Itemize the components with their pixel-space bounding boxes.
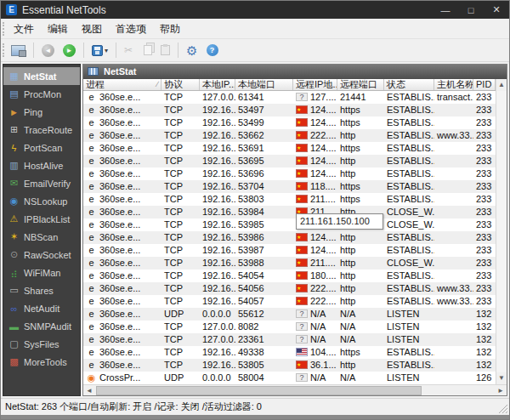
sidebar-item-traceroute[interactable]: ⊞TraceRoute bbox=[3, 121, 80, 139]
sidebar-item-nbscan[interactable]: ✶NBScan bbox=[3, 228, 80, 246]
360se-browser-icon: e bbox=[86, 244, 97, 257]
sidebar-item-shares[interactable]: ▭Shares bbox=[3, 281, 80, 299]
table-row[interactable]: e360se.e...TCP192.16...53704118....https… bbox=[83, 180, 496, 193]
local-ip-cell: 192.16... bbox=[200, 219, 235, 231]
local-port-cell: 53988 bbox=[235, 257, 293, 270]
process-cell: e360se.e... bbox=[83, 116, 162, 129]
sidebar-item-snmpaudit[interactable]: ▬SNMPAudit bbox=[3, 317, 80, 335]
table-row[interactable]: e360se.e...TCP192.16...54057222....httpE… bbox=[83, 295, 496, 308]
protocol-cell: TCP bbox=[162, 346, 200, 359]
sidebar-item-netaudit[interactable]: ∞NetAudit bbox=[3, 299, 80, 317]
horizontal-scrollbar[interactable]: ◄ ► bbox=[83, 384, 507, 395]
remote-port-cell: http bbox=[337, 167, 384, 180]
table-row[interactable]: e360se.e...TCP127.0.0.123361?N/AN/ALISTE… bbox=[83, 333, 496, 346]
table-row[interactable]: e360se.e...TCP192.16...53691124....https… bbox=[83, 142, 496, 155]
table-row[interactable]: e360se.e...TCP192.16...53803211....https… bbox=[83, 193, 496, 206]
table-row[interactable]: e360se.e...TCP192.16...53987124....httpE… bbox=[83, 244, 496, 257]
table-row[interactable]: e360se.e...TCP192.16...53695124....httpE… bbox=[83, 155, 496, 167]
china-flag-icon bbox=[296, 131, 308, 139]
remote-ip-cell: 124.... bbox=[293, 167, 337, 180]
sidebar-item-rawsocket[interactable]: ⊙RawSocket bbox=[3, 246, 80, 264]
vertical-scrollbar[interactable]: ▲ ▼ bbox=[496, 79, 507, 384]
remote-ip-cell: 222.... bbox=[293, 129, 337, 142]
360se-browser-icon: e bbox=[86, 116, 97, 129]
horizontal-scroll-thumb[interactable] bbox=[96, 386, 422, 395]
menu-item[interactable]: 编辑 bbox=[41, 20, 75, 38]
local-port-cell: 55612 bbox=[235, 308, 293, 321]
menu-item[interactable]: 帮助 bbox=[153, 20, 187, 38]
table-row[interactable]: e360se.e...TCP192.16...53662222....httpE… bbox=[83, 129, 496, 142]
column-header[interactable]: 进程∕ bbox=[83, 79, 162, 90]
scroll-down-icon[interactable]: ▼ bbox=[496, 372, 507, 384]
column-header[interactable]: 远程端口 bbox=[337, 79, 384, 90]
maximize-button[interactable]: □ bbox=[458, 1, 484, 19]
sidebar-item-label: ProcMon bbox=[24, 89, 61, 99]
column-header-label: 主机名称 bbox=[437, 79, 473, 90]
sidebar-item-hostalive[interactable]: ▥HostAlive bbox=[3, 156, 80, 174]
column-header[interactable]: 状态 bbox=[384, 79, 434, 90]
status-cell: ESTABLIS... bbox=[384, 231, 434, 244]
forward-button[interactable]: ► bbox=[60, 43, 79, 59]
network-sessions-button[interactable] bbox=[8, 43, 29, 58]
table-row[interactable]: e360se.e...TCP192.16...53988211....httpC… bbox=[83, 257, 496, 270]
table-row[interactable]: ◉CrossPr...UDP0.0.0.058004?N/AN/ALISTEN1… bbox=[83, 372, 496, 384]
column-header[interactable]: PID bbox=[473, 79, 496, 90]
save-button[interactable]: ▾ bbox=[88, 43, 111, 58]
table-row[interactable]: e360se.e...TCP192.16...53696124....httpE… bbox=[83, 167, 496, 180]
table-row[interactable]: e360se.e...TCP127.0.0.18082?N/AN/ALISTEN… bbox=[83, 321, 496, 333]
scroll-left-icon[interactable]: ◄ bbox=[83, 385, 95, 396]
sidebar-item-wifiman[interactable]: ⣴WiFiMan bbox=[3, 264, 80, 281]
menu-item[interactable]: 文件 bbox=[7, 20, 41, 38]
sidebar-item-moretools[interactable]: ▩MoreTools bbox=[3, 353, 80, 371]
table-row[interactable]: e360se.e...TCP192.16...53499124....https… bbox=[83, 116, 496, 129]
panel-header: NetStat bbox=[83, 65, 507, 79]
table-row[interactable]: e360se.e...TCP192.16...53986124....httpE… bbox=[83, 231, 496, 244]
status-cell: ESTABLIS... bbox=[384, 244, 434, 257]
column-header[interactable]: 本地IP... bbox=[200, 79, 235, 90]
column-header[interactable]: 远程IP地... bbox=[293, 79, 337, 90]
table-row[interactable]: e360se.e...TCP192.16...49338104....https… bbox=[83, 346, 496, 359]
close-button[interactable]: ✕ bbox=[484, 1, 509, 19]
scroll-right-icon[interactable]: ► bbox=[495, 385, 507, 396]
resize-grip[interactable] bbox=[499, 405, 507, 413]
table-row[interactable]: e360se.e...UDP0.0.0.055612?N/AN/ALISTEN1… bbox=[83, 308, 496, 321]
local-ip-cell: 192.16... bbox=[200, 116, 235, 129]
minimize-button[interactable]: — bbox=[433, 1, 458, 19]
column-header[interactable]: 主机名称 bbox=[434, 79, 473, 90]
process-cell: ◉CrossPr... bbox=[83, 372, 162, 384]
remote-ip: 124.... bbox=[310, 167, 337, 180]
table-row[interactable]: e360se.e...TCP192.16...53985123....httpC… bbox=[83, 219, 496, 231]
column-header[interactable]: 本地端口 bbox=[235, 79, 293, 90]
remote-ip: 127.... bbox=[310, 91, 337, 104]
table-row[interactable]: e360se.e...TCP127.0.0.161341?127....2144… bbox=[83, 91, 496, 104]
local-ip-cell: 192.16... bbox=[200, 167, 235, 180]
table-row[interactable]: e360se.e...TCP192.16...53497124....https… bbox=[83, 104, 496, 116]
sidebar-item-netstat[interactable]: ▦NetStat bbox=[3, 67, 80, 85]
protocol-cell: TCP bbox=[162, 193, 200, 206]
sidebar-item-nslookup[interactable]: ◉NSLookup bbox=[3, 192, 80, 210]
sidebar-item-emailverify[interactable]: ✉EmailVerify bbox=[3, 174, 80, 192]
help-button[interactable]: ? bbox=[203, 43, 222, 58]
status-cell: ESTABLIS... bbox=[384, 359, 434, 372]
column-header[interactable]: 协议 bbox=[162, 79, 200, 90]
back-button[interactable]: ◄ bbox=[38, 43, 58, 59]
table-row[interactable]: e360se.e...TCP192.16...53984211....httpC… bbox=[83, 206, 496, 219]
menu-item[interactable]: 首选项 bbox=[109, 20, 153, 38]
sidebar-item-sysfiles[interactable]: ▢SysFiles bbox=[3, 335, 80, 353]
remote-port-cell: https bbox=[337, 180, 384, 193]
settings-button[interactable]: ⚙ bbox=[183, 43, 201, 59]
local-port-cell: 61341 bbox=[235, 91, 293, 104]
sidebar-item-ipblacklist[interactable]: ⚠IPBlackList bbox=[3, 210, 80, 228]
menu-item[interactable]: 视图 bbox=[75, 20, 109, 38]
toolbar-separator bbox=[178, 43, 178, 58]
sidebar-item-ping[interactable]: ►Ping bbox=[3, 103, 80, 121]
remote-port-cell: http bbox=[337, 155, 384, 167]
table-row[interactable]: e360se.e...TCP192.16...54054180....httpE… bbox=[83, 270, 496, 282]
process-cell: e360se.e... bbox=[83, 142, 162, 155]
sidebar-item-procmon[interactable]: ▤ProcMon bbox=[3, 85, 80, 103]
sidebar-item-portscan[interactable]: ϟPortScan bbox=[3, 139, 80, 156]
local-ip-cell: 192.16... bbox=[200, 180, 235, 193]
table-row[interactable]: e360se.e...TCP192.16...54056222....httpE… bbox=[83, 282, 496, 295]
table-row[interactable]: e360se.e...TCP192.16...5380536.1...httpE… bbox=[83, 359, 496, 372]
scroll-up-icon[interactable]: ▲ bbox=[496, 79, 507, 91]
